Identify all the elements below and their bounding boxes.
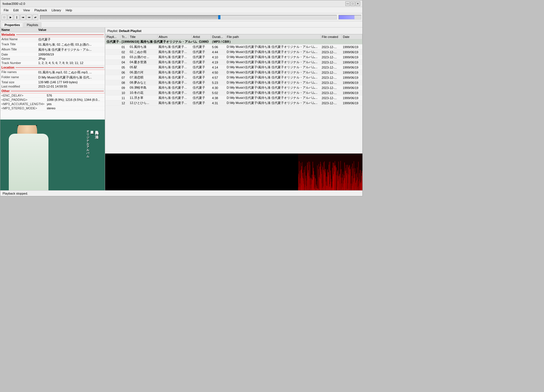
playlist-name: Default Playlist <box>119 29 141 33</box>
volume-bar[interactable] <box>339 15 361 20</box>
col-header-title[interactable]: Title <box>129 35 158 39</box>
shuffle-button[interactable]: ⇄ <box>33 14 38 20</box>
menu-playback[interactable]: Playback <box>32 8 49 12</box>
stop-button[interactable]: □ <box>1 14 7 20</box>
tab-playlists[interactable]: Playlists <box>24 22 41 27</box>
cell-artist: 伍代夏子 <box>192 70 211 75</box>
track-row[interactable]: 03 03.お酒のせ... 風待ち湊 伍代夏子... 伍代夏子 4:10 D:\… <box>105 55 362 60</box>
album-title-line3: オリジナル・アルバム <box>86 128 90 156</box>
track-row[interactable]: 07 07.港恋唄 風待ち湊 伍代夏子... 伍代夏子 4:57 D:\My M… <box>105 75 362 80</box>
seek-bar[interactable] <box>40 15 337 20</box>
props-scroll-container: Metadata Artist Name 伍代夏子 Track Title 01… <box>0 32 105 120</box>
prop-enc-padding: <ENC_PADDING> 1088 (8.9%); 1216 (9.5%); … <box>0 98 105 102</box>
tab-properties[interactable]: Properties <box>1 22 23 27</box>
right-panel: Playlist: Default Playlist Playli... Tr.… <box>105 27 362 190</box>
cell-playlist <box>105 75 120 80</box>
col-header-filepath[interactable]: File path <box>226 35 320 39</box>
track-row[interactable]: 09 09.津軽半島 風待ち湊 伍代夏子... 伍代夏子 4:30 D:\My … <box>105 85 362 90</box>
seek-bar-fill <box>40 15 218 19</box>
seek-thumb[interactable] <box>218 15 220 19</box>
track-row[interactable]: 02 02.こぬか雨 風待ち湊 伍代夏子... 伍代夏子 4:44 D:\My … <box>105 50 362 55</box>
toolbar: □ ▶ ‖ ⏮ ⏭ ⇄ <box>0 13 362 21</box>
col-header-album[interactable]: Album <box>157 35 192 39</box>
col-header-playlist[interactable]: Playli... <box>105 35 120 39</box>
cell-title: 04.憂き世酒 <box>129 60 158 65</box>
cell-title: 08.夢みなと <box>129 80 158 85</box>
cell-filepath: D:\My Music\伍代夏子\風待ち湊 伍代夏子オリジナル・アルバム... <box>226 55 320 60</box>
track-row[interactable]: 12 12.ひとひら... 風待ち湊 伍代夏子... 伍代夏子 4:31 D:\… <box>105 101 362 106</box>
minimize-button[interactable]: — <box>345 1 350 6</box>
cell-filepath: D:\My Music\伍代夏子\風待ち湊 伍代夏子オリジナル・アルバム... <box>226 101 320 106</box>
menu-edit[interactable]: Edit <box>11 8 21 12</box>
cell-title: 03.お酒のせ... <box>129 55 158 60</box>
group-header-row: 伍代夏子 - [1999/06/19] 風待ち湊 伍代夏子オリジナル・アルバム《… <box>105 39 362 44</box>
col-header-track[interactable]: Tr... <box>120 35 129 39</box>
next-button[interactable]: ⏭ <box>26 14 32 20</box>
album-art: 風待ち湊 伍代夏子 オリジナル・アルバム <box>0 120 105 190</box>
track-row[interactable]: 11 11.浮き草 風待ち湊 伍代夏子... 伍代夏子 4:38 D:\My M… <box>105 95 362 101</box>
track-row[interactable]: 01 01.風待ち湊 風待ち湊 伍代夏子... 伍代夏子 5:06 D:\My … <box>105 44 362 50</box>
cell-date: 1999/06/19 <box>342 101 362 106</box>
track-row[interactable]: 10 10.冬の花 風待ち湊 伍代夏子... 伍代夏子 5:02 D:\My M… <box>105 90 362 95</box>
cell-created: 2023-12-... <box>320 70 341 75</box>
cell-date: 1999/06/19 <box>342 70 362 75</box>
cell-artist: 伍代夏子 <box>192 44 211 50</box>
cell-artist: 伍代夏子 <box>192 80 211 85</box>
prop-album-title: Album Title 風待ち湊 伍代夏子オリジナル・アル... <box>0 47 105 52</box>
cell-playlist <box>105 101 120 106</box>
prev-button[interactable]: ⏮ <box>20 14 26 20</box>
cell-date: 1999/06/19 <box>342 60 362 65</box>
cell-title: 12.ひとひら... <box>129 101 158 106</box>
play-button[interactable]: ▶ <box>8 14 13 20</box>
cell-playlist <box>105 50 120 55</box>
pause-button[interactable]: ‖ <box>14 14 20 20</box>
maximize-button[interactable]: □ <box>350 1 355 6</box>
close-button[interactable]: ✕ <box>356 1 360 6</box>
playlist-container[interactable]: Playli... Tr... Title Album Artist Durat… <box>105 34 362 154</box>
track-row[interactable]: 06 06.渡の河 風待ち湊 伍代夏子... 伍代夏子 4:50 D:\My M… <box>105 70 362 75</box>
cell-duration: 5:06 <box>211 44 226 50</box>
playlist-label: Playlist: <box>107 29 118 33</box>
col-header-date[interactable]: Date <box>342 35 362 39</box>
title-bar: foobar2000 v2.0 — □ ✕ <box>0 0 362 7</box>
cell-filepath: D:\My Music\伍代夏子\風待ち湊 伍代夏子オリジナル・アルバム... <box>226 65 320 70</box>
props-content[interactable]: Metadata Artist Name 伍代夏子 Track Title 01… <box>0 32 105 120</box>
album-title-line1: 風待ち湊 <box>94 128 99 156</box>
prop-artist-name: Artist Name 伍代夏子 <box>0 37 105 42</box>
cell-duration: 4:19 <box>211 60 226 65</box>
cell-date: 1999/06/19 <box>342 85 362 90</box>
menu-help[interactable]: Help <box>63 8 75 12</box>
playlist-header: Playlist: Default Playlist <box>105 27 362 34</box>
col-header-artist[interactable]: Artist <box>192 35 211 39</box>
cell-title: 06.渡の河 <box>129 70 158 75</box>
cell-album: 風待ち湊 伍代夏子... <box>157 70 192 75</box>
cell-date: 1999/06/19 <box>342 75 362 80</box>
cell-date: 1999/06/19 <box>342 50 362 55</box>
cell-album: 風待ち湊 伍代夏子... <box>157 65 192 70</box>
kimono-figure <box>6 125 63 190</box>
menu-view[interactable]: View <box>21 8 32 12</box>
cell-duration: 4:14 <box>211 65 226 70</box>
track-row[interactable]: 04 04.憂き世酒 風待ち湊 伍代夏子... 伍代夏子 4:19 D:\My … <box>105 60 362 65</box>
col-header-created[interactable]: File created <box>320 35 341 39</box>
track-row[interactable]: 05 05.駅 風待ち湊 伍代夏子... 伍代夏子 4:14 D:\My Mus… <box>105 65 362 70</box>
cell-artist: 伍代夏子 <box>192 65 211 70</box>
cell-filepath: D:\My Music\伍代夏子\風待ち湊 伍代夏子オリジナル・アルバム... <box>226 70 320 75</box>
menu-library[interactable]: Library <box>49 8 63 12</box>
props-name-header: Name <box>1 28 38 31</box>
cell-track-num: 01 <box>120 44 129 50</box>
cell-duration: 5:02 <box>211 90 226 95</box>
track-row[interactable]: 08 08.夢みなと 風待ち湊 伍代夏子... 伍代夏子 5:23 D:\My … <box>105 80 362 85</box>
cell-created: 2023-12-... <box>320 95 341 101</box>
cell-filepath: D:\My Music\伍代夏子\風待ち湊 伍代夏子オリジナル・アルバム... <box>226 95 320 101</box>
cell-created: 2023-12-... <box>320 90 341 95</box>
cell-date: 1999/06/19 <box>342 95 362 101</box>
cell-duration: 4:31 <box>211 101 226 106</box>
menu-file[interactable]: File <box>1 8 11 12</box>
album-title-line2: 伍代夏子 <box>90 128 94 156</box>
col-header-duration[interactable]: Durati... <box>211 35 226 39</box>
prop-enc-delay: <ENC_DELAY> 576 <box>0 93 105 98</box>
cell-album: 風待ち湊 伍代夏子... <box>157 75 192 80</box>
body <box>9 134 48 190</box>
cell-artist: 伍代夏子 <box>192 95 211 101</box>
